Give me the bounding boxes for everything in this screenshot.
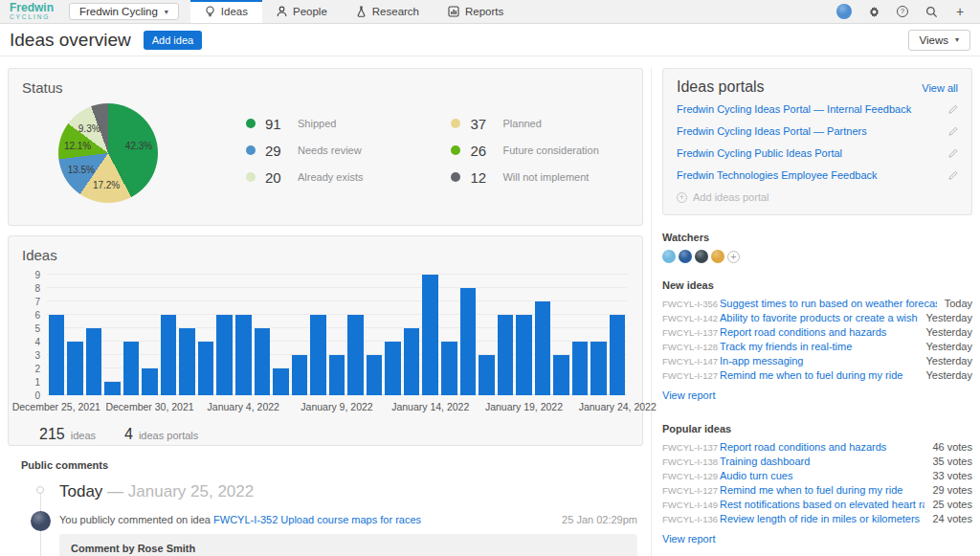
legend-count: 29	[265, 143, 288, 159]
page-title: Ideas overview	[10, 30, 131, 51]
pencil-icon[interactable]	[948, 100, 958, 118]
pencil-icon[interactable]	[948, 167, 958, 184]
idea-meta: Yesterday	[925, 326, 972, 338]
bar	[86, 328, 102, 395]
flask-icon	[356, 6, 367, 17]
gridline	[47, 274, 627, 275]
bar	[67, 342, 83, 395]
bar	[498, 315, 514, 395]
tab-reports[interactable]: Reports	[434, 0, 518, 23]
y-axis-tick-label: 5	[34, 323, 40, 334]
idea-link[interactable]: Remind me when to fuel during my ride	[720, 484, 924, 496]
user-avatar[interactable]	[836, 4, 852, 19]
watcher-avatar[interactable]	[695, 250, 708, 263]
legend-count: 12	[470, 169, 493, 186]
legend-label: Needs review	[298, 145, 362, 156]
popular-ideas-view-report-link[interactable]: View report	[662, 533, 715, 545]
idea-row: FWCYL-I-356Suggest times to run based on…	[662, 298, 972, 309]
idea-id: FWCYL-I-356	[662, 299, 720, 309]
public-comments-title: Public comments	[21, 459, 643, 471]
plus-icon[interactable]: +	[953, 5, 967, 18]
status-panel: Status 42.3%17.2%13.5%12.1%9.3% 91Shippe…	[8, 68, 643, 226]
watcher-avatar[interactable]	[662, 250, 676, 263]
idea-link[interactable]: Report road conditions and hazards	[720, 326, 918, 338]
lightbulb-icon	[205, 6, 215, 17]
new-ideas-view-report-link[interactable]: View report	[662, 389, 715, 401]
idea-meta: Today	[945, 298, 972, 309]
summary-label: ideas	[71, 430, 96, 441]
topbar-icons: ? +	[836, 0, 980, 23]
idea-link[interactable]: Audio turn cues	[720, 470, 924, 481]
idea-link[interactable]: Review length of ride in miles or kilome…	[720, 513, 924, 524]
chevron-down-icon: ▾	[165, 8, 168, 16]
watcher-avatar[interactable]	[711, 250, 724, 263]
idea-link[interactable]: Remind me when to fuel during my ride	[720, 369, 918, 381]
bar	[553, 355, 569, 395]
idea-link[interactable]: Rest notifications based on elevated hea…	[720, 499, 924, 510]
legend-dot	[246, 119, 256, 128]
bar	[422, 275, 438, 395]
idea-meta: Yesterday	[925, 369, 972, 381]
workspace-selector[interactable]: Fredwin Cycling ▾	[69, 3, 179, 20]
bar	[610, 315, 626, 395]
tab-people[interactable]: People	[262, 0, 342, 23]
view-all-link[interactable]: View all	[922, 82, 958, 94]
pencil-icon[interactable]	[948, 145, 958, 162]
idea-row: FWCYL-I-136Review length of ride in mile…	[662, 513, 972, 524]
add-ideas-portal-button[interactable]: + Add ideas portal	[677, 191, 958, 203]
sidebar: Ideas portals View all Fredwin Cycling I…	[651, 68, 972, 556]
idea-link[interactable]: In-app messaging	[720, 355, 918, 367]
pie-percent-label: 13.5%	[68, 165, 95, 175]
nav-tabs: Ideas People Research Reports	[190, 0, 518, 23]
status-legend: 91Shipped29Needs review20Already exists3…	[246, 116, 599, 186]
add-watcher-button[interactable]: +	[727, 251, 740, 263]
y-axis-tick-label: 4	[34, 337, 40, 347]
idea-meta: 29 votes	[932, 484, 972, 496]
idea-id: FWCYL-I-147	[662, 356, 720, 367]
idea-row: FWCYL-I-137Report road conditions and ha…	[662, 326, 972, 338]
views-button[interactable]: Views ▾	[908, 30, 970, 51]
idea-id: FWCYL-I-142	[662, 313, 720, 323]
gridline	[47, 287, 627, 288]
add-idea-button[interactable]: Add idea	[144, 31, 202, 50]
idea-link[interactable]: Track my friends in real-time	[720, 341, 918, 352]
tab-ideas[interactable]: Ideas	[190, 0, 262, 23]
y-axis-tick-label: 0	[34, 390, 40, 401]
y-axis-tick-label: 3	[34, 350, 40, 361]
idea-id: FWCYL-I-149	[662, 500, 720, 510]
portal-link[interactable]: Fredwin Cycling Ideas Portal — Internal …	[677, 103, 948, 115]
ideas-portals-title: Ideas portals	[677, 78, 765, 96]
gear-icon[interactable]	[867, 5, 880, 18]
y-axis-tick-label: 8	[34, 283, 40, 294]
bar	[385, 342, 401, 395]
idea-link[interactable]: Training dashboard	[720, 456, 924, 467]
portal-link[interactable]: Fredwin Cycling Public Ideas Portal	[677, 147, 948, 159]
idea-row: FWCYL-I-137Report road conditions and ha…	[662, 441, 972, 453]
y-axis-tick-label: 6	[34, 310, 40, 321]
legend-dot	[246, 172, 256, 182]
idea-link[interactable]: Report road conditions and hazards	[720, 441, 924, 453]
pencil-icon[interactable]	[948, 122, 958, 140]
y-axis-tick-label: 9	[34, 270, 40, 280]
legend-item: 37Planned	[451, 116, 598, 132]
bar	[535, 301, 551, 395]
search-icon[interactable]	[924, 5, 938, 18]
idea-link[interactable]: Ability to favorite products or create a…	[720, 312, 918, 323]
tab-research[interactable]: Research	[342, 0, 434, 23]
bar	[590, 342, 607, 395]
idea-id: FWCYL-I-128	[662, 342, 720, 352]
bar	[216, 315, 233, 395]
legend-dot	[451, 145, 460, 155]
bar	[329, 355, 345, 395]
portal-link[interactable]: Fredwin Cycling Ideas Portal — Partners	[677, 125, 948, 137]
watcher-avatar[interactable]	[679, 250, 692, 263]
timeline-date-heading: Today — January 25, 2022	[59, 482, 643, 501]
help-icon[interactable]: ?	[896, 5, 909, 18]
portal-link[interactable]: Fredwin Technologies Employee Feedback	[677, 169, 948, 181]
legend-count: 26	[470, 143, 493, 159]
idea-link[interactable]: Suggest times to run based on weather fo…	[720, 298, 937, 309]
bar	[273, 368, 289, 395]
legend-label: Will not implement	[502, 171, 589, 183]
bar	[104, 382, 121, 395]
idea-link[interactable]: FWCYL-I-352 Upload course maps for races	[213, 514, 421, 525]
